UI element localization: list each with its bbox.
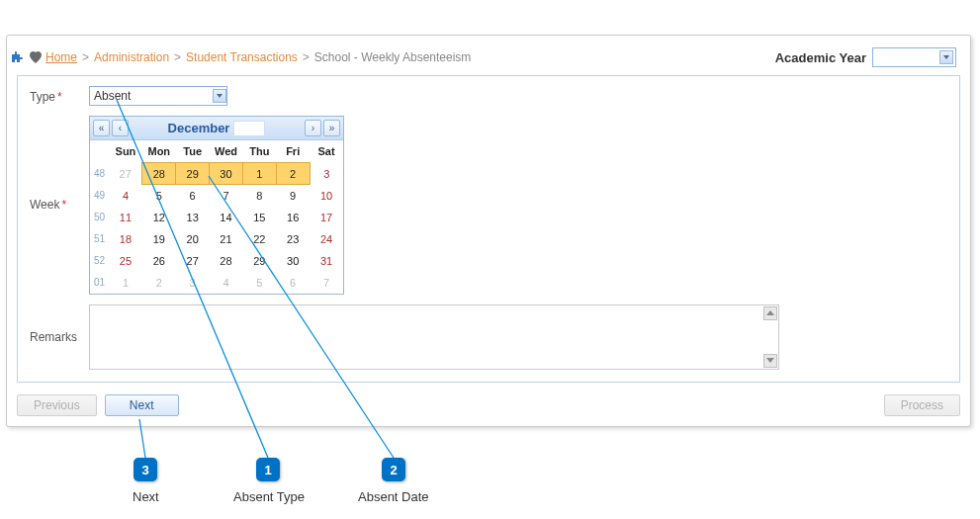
calendar-day-header: Tue [176,140,210,163]
chevron-down-icon [939,50,953,64]
calendar-day-cell[interactable]: 31 [310,250,343,272]
calendar-day-cell[interactable]: 7 [210,185,243,207]
calendar-day-cell[interactable]: 10 [310,185,343,207]
breadcrumb-administration[interactable]: Administration [94,50,169,64]
breadcrumb-home[interactable]: Home [45,50,77,64]
calendar-day-cell[interactable]: 18 [109,228,142,250]
calendar-day-cell[interactable]: 14 [210,207,243,228]
type-label: Type* [30,86,89,104]
academic-year-wrap: Academic Year [775,47,956,67]
annotation-bubble-1: 1 [256,458,280,481]
calendar-day-cell[interactable]: 30 [276,250,310,272]
calendar-day-cell[interactable]: 2 [276,163,310,185]
week-row: Week* « ‹ December › » [30,116,947,295]
calendar-day-cell[interactable]: 17 [310,207,343,228]
annotation-label-2: Absent Date [358,489,429,504]
week-label-text: Week [30,198,59,212]
calendar-day-cell[interactable]: 1 [109,272,142,294]
calendar-month: December [168,121,230,135]
calendar-day-cell[interactable]: 28 [210,250,243,272]
calendar-year-input[interactable] [233,121,265,136]
calendar-day-header: Fri [276,140,310,163]
calendar-day-header: Sat [310,140,343,163]
calendar-day-cell[interactable]: 4 [109,185,142,207]
remarks-label: Remarks [30,330,89,344]
calendar-day-header: Wed [210,140,243,163]
calendar-day-cell[interactable]: 25 [109,250,142,272]
breadcrumb-student-transactions[interactable]: Student Transactions [186,50,298,64]
annotation-label-1: Absent Type [233,489,305,504]
remarks-row: Remarks [30,304,947,370]
academic-year-label: Academic Year [775,50,866,65]
calendar: « ‹ December › » SunMonTueWedThuFriSat 4… [89,116,344,295]
calendar-day-cell[interactable]: 6 [176,185,210,207]
calendar-day-cell[interactable]: 27 [109,163,142,185]
type-row: Type* Absent [30,86,947,106]
calendar-day-cell[interactable]: 21 [210,228,243,250]
calendar-prev-month-button[interactable]: ‹ [112,120,129,136]
calendar-day-cell[interactable]: 5 [242,272,276,294]
calendar-day-cell[interactable]: 1 [242,163,276,185]
calendar-day-cell[interactable]: 3 [310,163,343,185]
annotation-bubble-3: 3 [134,458,157,481]
calendar-day-cell[interactable]: 6 [276,272,310,294]
calendar-day-cell[interactable]: 16 [276,207,310,228]
calendar-day-cell[interactable]: 30 [210,163,243,185]
calendar-day-cell[interactable]: 23 [276,228,310,250]
calendar-day-cell[interactable]: 3 [176,272,210,294]
academic-year-select[interactable] [872,47,956,67]
calendar-week-number: 49 [90,185,109,207]
breadcrumb-current: School - Weekly Absenteeism [314,50,472,64]
calendar-day-cell[interactable]: 8 [242,185,276,207]
calendar-next-year-button[interactable]: » [323,120,340,136]
type-select[interactable]: Absent [89,86,227,106]
scroll-up-icon[interactable] [763,306,777,320]
calendar-day-cell[interactable]: 13 [176,207,210,228]
breadcrumb-sep: > [303,50,310,64]
button-bar: Previous Next Process [17,394,960,416]
scroll-down-icon[interactable] [763,354,777,368]
calendar-day-cell[interactable]: 26 [142,250,176,272]
calendar-day-cell[interactable]: 22 [242,228,276,250]
process-button[interactable]: Process [884,394,960,416]
calendar-title: December [168,121,266,136]
annotation-label-3: Next [133,489,159,504]
calendar-day-cell[interactable]: 29 [176,163,210,185]
calendar-day-cell[interactable]: 11 [109,207,142,228]
calendar-day-cell[interactable]: 28 [142,163,176,185]
calendar-grid: SunMonTueWedThuFriSat 482728293012349456… [90,140,343,294]
previous-button[interactable]: Previous [17,394,97,416]
puzzle-icon[interactable] [10,49,26,65]
calendar-day-cell[interactable]: 29 [242,250,276,272]
main-panel: Type* Absent Week* « ‹ December [6,35,971,427]
calendar-day-cell[interactable]: 15 [242,207,276,228]
calendar-week-number: 52 [90,250,109,272]
calendar-header: « ‹ December › » [90,117,343,140]
required-asterisk: * [61,198,66,212]
calendar-day-cell[interactable]: 20 [176,228,210,250]
calendar-week-number: 50 [90,207,109,228]
annotation-bubble-2: 2 [382,458,405,481]
calendar-day-cell[interactable]: 4 [210,272,243,294]
form-panel: Type* Absent Week* « ‹ December [17,75,960,383]
calendar-next-month-button[interactable]: › [305,120,321,136]
calendar-day-cell[interactable]: 27 [176,250,210,272]
type-label-text: Type [30,90,55,104]
remarks-textarea[interactable] [89,304,779,370]
breadcrumb-sep: > [174,50,181,64]
week-label: Week* [30,198,89,212]
calendar-prev-year-button[interactable]: « [93,120,110,136]
required-asterisk: * [57,90,62,104]
calendar-day-cell[interactable]: 9 [276,185,310,207]
calendar-week-number: 51 [90,228,109,250]
calendar-day-cell[interactable]: 12 [142,207,176,228]
calendar-day-cell[interactable]: 2 [142,272,176,294]
type-select-value: Absent [94,89,131,103]
calendar-day-cell[interactable]: 19 [142,228,176,250]
calendar-day-cell[interactable]: 5 [142,185,176,207]
next-button[interactable]: Next [105,394,179,416]
chevron-down-icon [213,89,226,103]
heart-icon[interactable] [28,49,44,65]
calendar-day-cell[interactable]: 7 [310,272,343,294]
calendar-day-cell[interactable]: 24 [310,228,343,250]
